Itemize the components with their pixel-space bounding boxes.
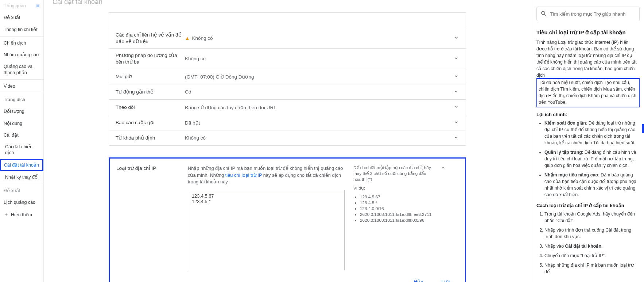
sidebar-item-cai-dat[interactable]: Cài đặt xyxy=(0,129,43,141)
help-step-item: Nhấp vào Cài đặt tài khoản. xyxy=(544,243,640,250)
sidebar-item-video[interactable]: Video xyxy=(0,80,43,92)
settings-row-value: Không có xyxy=(185,135,453,141)
sidebar-item-label: Cài đặt tài khoản xyxy=(4,162,39,168)
sidebar-item-label: Nhóm quảng cáo xyxy=(4,52,39,58)
recommendation-icon: ▣ xyxy=(35,3,40,9)
sidebar-item-quang-cao[interactable]: Quảng cáo và thành phần xyxy=(0,61,43,79)
settings-row[interactable]: Báo cáo cuộc gọiĐã bật xyxy=(109,115,466,130)
sidebar-item-label: Quảng cáo và thành phần xyxy=(4,64,40,76)
page-title: Cài đặt tài khoản xyxy=(44,0,531,7)
chevron-down-icon xyxy=(453,104,459,111)
sidebar-nav: Tổng quan ▣ Đề xuất Thông tin chi tiết C… xyxy=(0,0,44,282)
help-benefits-list: Kiểm soát đơn giản: Dễ dàng loại trừ nhữ… xyxy=(544,120,640,198)
help-panel: Tiêu chí loại trừ IP ở cấp tài khoản Tín… xyxy=(531,0,644,282)
sidebar-item-doi-tuong[interactable]: Đối tượng xyxy=(0,106,43,117)
sidebar-item-label: Cài đặt chiến dịch xyxy=(5,144,40,156)
settings-row-label: Tự động gắn thẻ xyxy=(116,89,185,95)
help-how-title: Cách loại trừ địa chỉ IP ở cấp tài khoản xyxy=(536,203,640,208)
help-step-item: Trong tài khoản Google Ads, hãy chuyển đ… xyxy=(544,211,640,224)
settings-row-value: Đã bật xyxy=(185,120,453,126)
ip-criteria-link[interactable]: tiêu chí loại trừ IP xyxy=(225,172,262,178)
settings-row[interactable]: Tự động gắn thẻCó xyxy=(109,84,466,100)
sidebar-item-noi-dung[interactable]: Nội dung xyxy=(0,118,43,129)
sidebar-item-label: Cài đặt xyxy=(4,132,19,138)
settings-row[interactable]: Từ khóa phủ địnhKhông có xyxy=(109,130,466,146)
chevron-down-icon xyxy=(453,55,459,62)
help-search[interactable] xyxy=(536,7,640,21)
ip-example-label: Ví dụ: xyxy=(353,186,434,191)
sidebar-item-label: Nội dung xyxy=(4,121,22,126)
help-highlighted-text: Tối đa hoá hiệu suất, chiến dịch Tạo nhu… xyxy=(536,78,640,107)
settings-row-value: Đang sử dụng các tùy chọn theo dõi URL xyxy=(185,104,453,110)
settings-row[interactable]: Phương pháp đo lường của bên thứ baKhông… xyxy=(109,49,466,69)
help-title: Tiêu chí loại trừ IP ở cấp tài khoản xyxy=(536,29,640,36)
ip-textarea[interactable] xyxy=(188,190,345,270)
svg-line-1 xyxy=(544,14,546,16)
sidebar-item-label: Thông tin chi tiết xyxy=(4,27,38,33)
help-step-item: Nhấp vào trình đơn thả xuống Cài đặt tro… xyxy=(544,227,640,240)
ip-example-item: 123.4.5.* xyxy=(360,200,434,205)
settings-row[interactable]: Múi giờ(GMT+07:00) Giờ Đông Dương xyxy=(109,69,466,84)
help-step-item: Nhập những địa chỉ IP mà bạn muốn loại t… xyxy=(544,262,640,275)
ip-example-item: 123.4.5.67 xyxy=(360,194,434,199)
cancel-button[interactable]: Hủy xyxy=(410,277,427,282)
search-icon xyxy=(540,10,547,18)
sidebar-item-label: Nhật ký thay đổi xyxy=(5,174,39,180)
sidebar-item-de-xuat-2[interactable]: Đề xuất xyxy=(0,185,43,197)
sidebar-item-de-xuat[interactable]: Đề xuất xyxy=(0,12,43,23)
help-benefit-bold: Quản lý tập trung xyxy=(544,150,582,155)
sidebar-item-nhat-ky[interactable]: Nhật ký thay đổi xyxy=(0,171,43,183)
help-benefit-bold: Kiểm soát đơn giản xyxy=(544,121,586,126)
help-benefits-title: Lợi ích chính: xyxy=(536,112,640,117)
ip-example-item: 2620:0:1003:1011:fa1e:dfff:0:0/96 xyxy=(360,218,434,223)
help-step-bold: Cài đặt tài khoản xyxy=(565,244,601,249)
chevron-down-icon xyxy=(453,35,459,42)
ip-example-item: 2620:0:1003:1011:fa1e:dfff:fee6:2711 xyxy=(360,212,434,217)
chevron-down-icon xyxy=(453,134,459,141)
sidebar-item-thong-tin[interactable]: Thông tin chi tiết xyxy=(0,24,43,35)
sidebar-item-label: Đối tượng xyxy=(4,108,24,114)
sidebar-item-label: Đề xuất xyxy=(4,188,20,194)
sidebar-item-label: Chiến dịch xyxy=(4,40,26,46)
sidebar-item-lich[interactable]: Lịch quảng cáo xyxy=(0,197,43,208)
sidebar-item-nhom[interactable]: Nhóm quảng cáo xyxy=(0,49,43,61)
sidebar-item-label: Trang đích xyxy=(4,97,25,103)
chevron-down-icon xyxy=(453,73,459,80)
ip-exclusion-section: Loại trừ địa chỉ IP Nhập những địa chỉ I… xyxy=(109,157,466,282)
help-intro-text: Tính năng Loại trừ giao thức Internet (I… xyxy=(536,39,640,79)
settings-row-label: Múi giờ xyxy=(116,73,185,80)
help-search-input[interactable] xyxy=(550,11,636,17)
settings-row-label: Báo cáo cuộc gọi xyxy=(116,119,185,126)
help-benefit-item: Kiểm soát đơn giản: Dễ dàng loại trừ nhữ… xyxy=(544,120,640,146)
settings-row-value: Không có xyxy=(185,56,453,61)
settings-row[interactable]: Các địa chỉ liên hệ về vấn đề bảo vệ dữ … xyxy=(109,28,466,49)
ip-example-list: 123.4.5.67123.4.5.*123.4.0.0/162620:0:10… xyxy=(360,194,434,223)
sidebar-item-label: Hiện thêm xyxy=(11,212,32,217)
chevron-up-icon[interactable] xyxy=(440,165,446,172)
settings-row-label: Từ khóa phủ định xyxy=(116,135,185,141)
chevron-down-icon xyxy=(453,119,459,126)
help-benefit-bold: Nhắm mục tiêu nâng cao xyxy=(544,172,598,178)
sidebar-item-label: Lịch quảng cáo xyxy=(4,199,35,205)
help-steps-list: Trong tài khoản Google Ads, hãy chuyển đ… xyxy=(544,211,640,275)
warning-icon: ▲ xyxy=(185,35,190,41)
svg-point-0 xyxy=(542,11,545,15)
sidebar-item-show-more[interactable]: ＋ Hiện thêm xyxy=(0,209,43,221)
sidebar-item-cai-dat-tai-khoan[interactable]: Cài đặt tài khoản xyxy=(0,159,43,171)
settings-row-label: Phương pháp đo lường của bên thứ ba xyxy=(116,52,185,65)
help-benefit-item: Quản lý tập trung: Dễ dàng định cấu hình… xyxy=(544,149,640,169)
ip-section-title: Loại trừ địa chỉ IP xyxy=(116,165,179,271)
plus-icon: ＋ xyxy=(4,212,9,218)
save-button[interactable]: Lưu xyxy=(438,277,454,282)
settings-row-label: Các địa chỉ liên hệ về vấn đề bảo vệ dữ … xyxy=(116,32,185,45)
sidebar-item-label: Video xyxy=(4,83,15,89)
sidebar-item-cai-dat-chien-dich[interactable]: Cài đặt chiến dịch xyxy=(0,141,43,159)
sidebar-item-tong-quan[interactable]: Tổng quan ▣ xyxy=(0,0,43,12)
settings-row[interactable]: Theo dõiĐang sử dụng các tùy chọn theo d… xyxy=(109,100,466,115)
sidebar-item-label: Tổng quan xyxy=(4,3,26,9)
settings-row-value: (GMT+07:00) Giờ Đông Dương xyxy=(185,74,453,80)
sidebar-item-trang-dich[interactable]: Trang đích xyxy=(0,94,43,106)
ip-description: Nhập những địa chỉ IP mà bạn muốn loại t… xyxy=(188,165,345,186)
sidebar-item-chien-dich[interactable]: Chiến dịch xyxy=(0,37,43,49)
ip-hint-text: Để cho biết một tập hợp các địa chỉ, hãy… xyxy=(353,165,434,183)
